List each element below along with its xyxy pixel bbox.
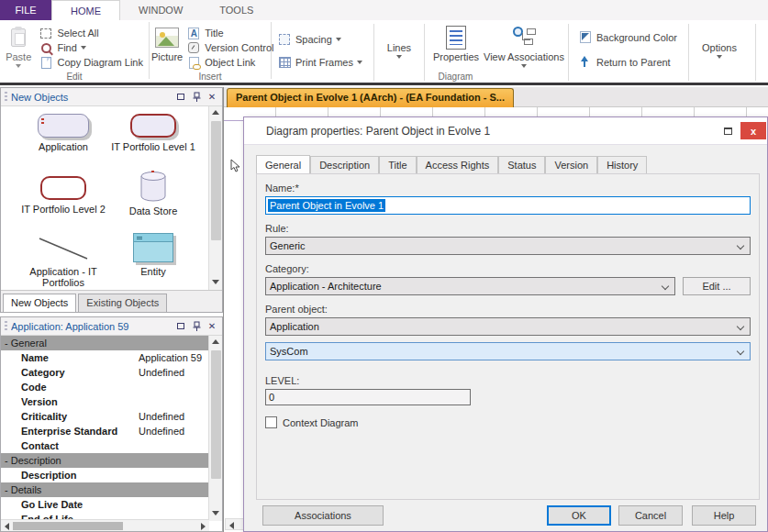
properties-vertical-scrollbar[interactable]: [208, 336, 222, 521]
dialog-tab-general[interactable]: General: [256, 155, 310, 173]
copy-diagram-link-button[interactable]: Copy Diagram Link: [35, 55, 147, 70]
chevron-down-icon: [737, 242, 744, 249]
panel-pin-button[interactable]: [190, 91, 203, 104]
rule-combobox[interactable]: Generic: [265, 237, 751, 255]
dialog-tab-version[interactable]: Version: [545, 156, 597, 174]
dialog-tab-description[interactable]: Description: [310, 156, 379, 174]
scroll-up-arrow[interactable]: [212, 339, 219, 344]
spacing-dropdown-caret: [336, 38, 341, 41]
tab-home[interactable]: HOME: [51, 0, 120, 20]
tab-existing-objects[interactable]: Existing Objects: [78, 294, 167, 312]
panel-close-button[interactable]: ✕: [206, 320, 218, 333]
shape-item-it-portfolio-level-1[interactable]: IT Portfolio Level 1: [107, 114, 199, 152]
scroll-thumb[interactable]: [211, 350, 221, 479]
chevron-down-icon: [737, 323, 744, 330]
spacing-label: Spacing: [295, 34, 332, 45]
property-section-description[interactable]: - Description: [1, 453, 209, 468]
property-row-name[interactable]: Name Application 59: [1, 350, 209, 365]
dialog-tab-status[interactable]: Status: [498, 156, 545, 174]
panel-close-button[interactable]: ✕: [206, 91, 218, 104]
tab-window[interactable]: WINDOW: [120, 0, 201, 20]
options-button[interactable]: Options: [696, 22, 742, 70]
panel-maximize-button[interactable]: [174, 91, 187, 104]
version-control-button[interactable]: Version Control: [183, 40, 277, 55]
help-button[interactable]: Help: [692, 505, 756, 526]
shape-item-application[interactable]: Application: [17, 114, 109, 152]
level-input-value: 0: [269, 392, 274, 403]
property-row-contact[interactable]: Contact: [1, 438, 209, 453]
document-tab[interactable]: Parent Object in Evolve 1 (AArch) - (EA …: [227, 88, 514, 107]
select-all-button[interactable]: Select All: [35, 26, 147, 40]
print-frames-icon: [277, 55, 292, 70]
options-dropdown-caret: [717, 55, 722, 59]
new-objects-vertical-scrollbar[interactable]: [208, 106, 222, 290]
level-input[interactable]: 0: [265, 389, 471, 405]
return-to-parent-button[interactable]: Return to Parent: [574, 54, 681, 70]
new-objects-panel: New Objects ✕ Application IT Portfolio L…: [0, 87, 223, 313]
parent-object-field-label: Parent object:: [265, 304, 759, 315]
version-control-label: Version Control: [205, 42, 273, 53]
scroll-up-arrow[interactable]: [212, 110, 219, 115]
scroll-down-arrow[interactable]: [212, 511, 219, 515]
property-row-description[interactable]: Description: [1, 468, 209, 482]
scroll-left-arrow[interactable]: [5, 523, 9, 530]
property-row-version[interactable]: Version: [1, 394, 209, 409]
parent-object-instance-combobox[interactable]: SysCom: [265, 342, 751, 360]
scroll-down-arrow[interactable]: [212, 280, 219, 284]
properties-horizontal-scrollbar[interactable]: [1, 519, 209, 531]
ok-button[interactable]: OK: [547, 505, 611, 526]
property-row-go-live-date[interactable]: Go Live Date: [1, 497, 209, 512]
context-diagram-checkbox[interactable]: [265, 416, 277, 428]
view-associations-dropdown-caret: [521, 64, 527, 68]
properties-button[interactable]: Properties: [430, 22, 482, 70]
shape-item-application-it-portfolios[interactable]: Application - IT Portfolios: [17, 235, 109, 288]
name-input[interactable]: Parent Object in Evolve 1: [265, 196, 751, 215]
property-row-category[interactable]: Category Undefined: [1, 365, 209, 380]
canvas-horizontal-scrollbar[interactable]: [225, 518, 245, 530]
category-combobox[interactable]: Application - Architecture: [265, 277, 675, 295]
view-associations-button[interactable]: View Associations: [482, 22, 566, 70]
paste-label: Paste: [6, 52, 31, 62]
dialog-maximize-button[interactable]: [720, 125, 735, 138]
title-button[interactable]: A Title: [183, 26, 277, 40]
parent-object-combobox[interactable]: Application: [265, 317, 751, 336]
dialog-tab-access-rights[interactable]: Access Rights: [417, 156, 499, 174]
dialog-tab-title[interactable]: Title: [379, 156, 416, 174]
associations-button[interactable]: Associations: [262, 505, 384, 526]
dialog-close-button[interactable]: x: [740, 122, 766, 139]
scroll-right-arrow[interactable]: [201, 523, 206, 530]
property-row-enterprise-standard[interactable]: Enterprise Standard Undefined: [1, 424, 209, 438]
copy-diagram-link-label: Copy Diagram Link: [57, 57, 143, 68]
dialog-tab-history[interactable]: History: [597, 156, 647, 174]
scroll-thumb[interactable]: [13, 522, 123, 530]
tab-file[interactable]: FILE: [0, 0, 51, 20]
shape-item-it-portfolio-level-2[interactable]: IT Portfolio Level 2: [17, 176, 109, 215]
shape-item-data-store[interactable]: Data Store: [107, 171, 199, 216]
panel-maximize-button[interactable]: [174, 320, 187, 333]
tab-tools[interactable]: TOOLS: [201, 0, 272, 20]
dialog-title-bar[interactable]: Diagram properties: Parent Object in Evo…: [244, 117, 767, 145]
property-section-details[interactable]: - Details: [1, 482, 209, 497]
select-all-icon: [39, 26, 53, 40]
property-section-general[interactable]: - General: [1, 336, 209, 350]
property-row-code[interactable]: Code: [1, 380, 209, 394]
lines-button[interactable]: Lines: [378, 22, 420, 70]
picture-button[interactable]: Picture: [151, 22, 183, 70]
category-edit-button[interactable]: Edit ...: [683, 277, 751, 295]
tab-new-objects[interactable]: New Objects: [3, 294, 76, 312]
spacing-button[interactable]: Spacing: [273, 31, 366, 47]
background-color-button[interactable]: Background Color: [574, 29, 681, 45]
find-button[interactable]: Find: [35, 40, 147, 55]
scroll-thumb[interactable]: [211, 121, 221, 240]
cancel-button[interactable]: Cancel: [618, 505, 683, 526]
paste-button[interactable]: Paste: [2, 22, 35, 70]
property-row-criticality[interactable]: Criticality Undefined: [1, 409, 209, 424]
shape-item-entity[interactable]: Entity: [107, 233, 199, 277]
edit-small-buttons: Select All Find Copy Diagram Link: [35, 22, 147, 70]
print-frames-button[interactable]: Print Frames: [273, 54, 366, 70]
panel-pin-button[interactable]: [190, 320, 203, 333]
object-link-button[interactable]: Object Link: [183, 55, 277, 70]
ribbon-body: Paste Select All Find Copy D: [0, 20, 768, 83]
return-to-parent-label: Return to Parent: [596, 57, 671, 68]
scroll-left-arrow[interactable]: [229, 522, 234, 529]
